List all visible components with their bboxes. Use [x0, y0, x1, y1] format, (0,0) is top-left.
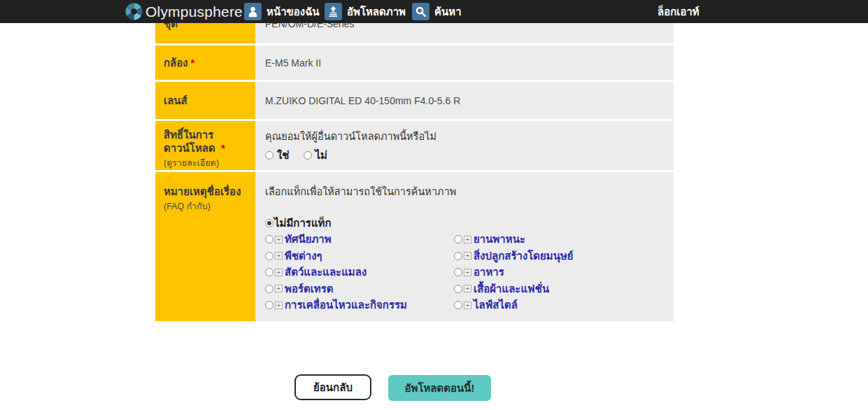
brand-home-link[interactable]: Olympusphere [125, 0, 243, 23]
tag-link[interactable]: ทัศนียภาพ [285, 231, 332, 248]
tag-link[interactable]: การเคลื่อนไหวและกิจกรรม [285, 297, 407, 313]
field-value-tags: เลือกแท็กเพื่อให้สามารถใช้ในการค้นหาภาพ … [255, 172, 674, 321]
olympusphere-logo-icon [125, 3, 143, 20]
camera-value: E-M5 Mark II [265, 57, 321, 69]
tags-instruction: เลือกแท็กเพื่อให้สามารถใช้ในการค้นหาภาพ [265, 183, 674, 199]
option-yes-label: ใช่ [277, 147, 290, 164]
option-no[interactable]: ไม่ [304, 147, 327, 164]
upload-icon [325, 3, 342, 20]
tag-link[interactable]: พอร์ตเทรต [285, 281, 334, 297]
tag-option[interactable]: + เสื้อผ้าและแฟชั่น [454, 281, 574, 297]
logout-button[interactable]: ล็อกเอาท์ [657, 0, 699, 23]
field-label-download-rights: สิทธิ์ในการ ดาวน์โหลด * (ดูรายละเอียด) [155, 121, 255, 170]
field-value-lens: M.ZUIKO DIGITAL ED 40-150mm F4.0-5.6 R [255, 82, 674, 119]
expand-icon[interactable]: + [275, 236, 283, 243]
tag-radio-none[interactable] [265, 219, 273, 227]
tag-grid: + ทัศนียภาพ + พืชต่างๆ + สัตว์และและแมลง [265, 232, 674, 314]
expand-icon[interactable]: + [464, 269, 471, 276]
tag-radio[interactable] [265, 235, 273, 243]
tags-faq-note: (FAQ กำกับ) [164, 200, 255, 213]
tag-option[interactable]: + สิ่งปลูกสร้างโดยมนุษย์ [454, 248, 574, 264]
nav-item-label: หน้าของฉัน [266, 3, 320, 20]
tags-label: หมายเหตุชื่อเรื่อง [164, 185, 255, 198]
nav-item-my-page[interactable]: หน้าของฉัน [244, 0, 320, 23]
nav-item-label: อัพโหลดภาพ [347, 3, 406, 20]
tag-option-none[interactable]: ไม่มีการแท็ก [265, 215, 674, 232]
tag-option[interactable]: + ทัศนียภาพ [265, 232, 454, 248]
expand-icon[interactable]: + [275, 285, 283, 292]
top-navigation-bar: Olympusphere หน้าของฉัน อัพโหลดภาพ [0, 0, 868, 23]
field-label-tags: หมายเหตุชื่อเรื่อง (FAQ กำกับ) [155, 172, 255, 321]
brand-name: Olympusphere [145, 3, 243, 20]
radio-no[interactable] [304, 151, 312, 160]
camera-label: กล้อง [164, 55, 188, 71]
tag-radio[interactable] [265, 268, 273, 276]
download-rights-details-link[interactable]: (ดูรายละเอียด) [164, 157, 255, 170]
expand-icon[interactable]: + [275, 302, 283, 309]
row-download-rights: สิทธิ์ในการ ดาวน์โหลด * (ดูรายละเอียด) ค… [155, 121, 674, 170]
tag-radio[interactable] [454, 285, 462, 293]
tag-column-left: + ทัศนียภาพ + พืชต่างๆ + สัตว์และและแมลง [265, 232, 454, 314]
field-label-camera: กล้อง * [155, 45, 255, 80]
nav-item-label: ค้นหา [434, 3, 462, 20]
expand-icon[interactable]: + [464, 285, 471, 292]
option-yes[interactable]: ใช่ [265, 147, 290, 164]
tag-option[interactable]: + พอร์ตเทรต [265, 281, 454, 297]
field-value-camera: E-M5 Mark II [255, 45, 674, 80]
tag-link[interactable]: ไลฟ์สไตล์ [474, 297, 518, 313]
tag-link[interactable]: พืชต่างๆ [285, 248, 322, 264]
nav-item-upload[interactable]: อัพโหลดภาพ [325, 0, 406, 23]
tag-option[interactable]: + พืชต่างๆ [265, 248, 454, 264]
tag-radio[interactable] [265, 252, 273, 260]
lens-label: เลนส์ [164, 92, 187, 109]
required-marker: * [221, 142, 225, 154]
tag-link[interactable]: ยานพาหนะ [474, 231, 525, 248]
tag-radio[interactable] [454, 252, 462, 260]
tag-selection-area: ไม่มีการแท็ก + ทัศนียภาพ + พืชต่างๆ [265, 215, 674, 313]
tag-option[interactable]: + ไลฟ์สไตล์ [454, 297, 574, 314]
expand-icon[interactable]: + [464, 302, 471, 309]
upload-form-table: ชุด PEN/OM-D/E-Series กล้อง * E-M5 Mark … [155, 4, 674, 323]
tag-radio[interactable] [454, 235, 462, 243]
expand-icon[interactable]: + [464, 252, 471, 260]
tag-link[interactable]: สัตว์และและแมลง [285, 264, 367, 281]
tag-option[interactable]: + ยานพาหนะ [454, 232, 574, 248]
tag-radio[interactable] [454, 268, 462, 276]
expand-icon[interactable]: + [464, 236, 471, 243]
download-rights-label-line1: สิทธิ์ในการ [164, 129, 213, 141]
tag-column-right: + ยานพาหนะ + สิ่งปลูกสร้างโดยมนุษย์ + อา… [454, 232, 574, 314]
required-marker: * [191, 57, 195, 69]
lens-value: M.ZUIKO DIGITAL ED 40-150mm F4.0-5.6 R [265, 95, 460, 106]
expand-icon[interactable]: + [275, 252, 283, 260]
tag-radio[interactable] [265, 285, 273, 293]
field-value-download-rights: คุณยอมให้ผู้อื่นดาวน์โหลดภาพนี้หรือไม่ ใ… [255, 121, 674, 170]
download-rights-question: คุณยอมให้ผู้อื่นดาวน์โหลดภาพนี้หรือไม่ [265, 128, 674, 144]
option-no-label: ไม่ [315, 147, 327, 164]
expand-icon[interactable]: + [275, 269, 283, 276]
tag-link[interactable]: เสื้อผ้าและแฟชั่น [474, 281, 549, 297]
download-rights-options: ใช่ ไม่ [265, 147, 674, 164]
tag-option[interactable]: + สัตว์และและแมลง [265, 264, 454, 281]
nav-item-search[interactable]: ค้นหา [412, 0, 462, 23]
tag-option[interactable]: + อาหาร [454, 264, 574, 281]
radio-yes[interactable] [265, 151, 273, 160]
search-icon [412, 3, 429, 20]
user-icon [244, 3, 262, 20]
back-button[interactable]: ย้อนกลับ [294, 374, 371, 400]
tag-none-label: ไม่มีการแท็ก [274, 215, 332, 232]
upload-now-button[interactable]: อัพโหลดตอนนี้! [388, 375, 491, 401]
row-tags: หมายเหตุชื่อเรื่อง (FAQ กำกับ) เลือกแท็ก… [155, 172, 674, 321]
download-rights-label-line2: ดาวน์โหลด [164, 142, 215, 154]
row-lens: เลนส์ M.ZUIKO DIGITAL ED 40-150mm F4.0-5… [155, 82, 674, 119]
row-camera: กล้อง * E-M5 Mark II [155, 45, 674, 80]
tag-link[interactable]: สิ่งปลูกสร้างโดยมนุษย์ [474, 248, 574, 264]
tag-option[interactable]: + การเคลื่อนไหวและกิจกรรม [265, 297, 454, 314]
field-label-lens: เลนส์ [155, 82, 255, 119]
tag-link[interactable]: อาหาร [474, 264, 504, 281]
tag-radio[interactable] [454, 301, 462, 309]
tag-radio[interactable] [265, 301, 273, 309]
